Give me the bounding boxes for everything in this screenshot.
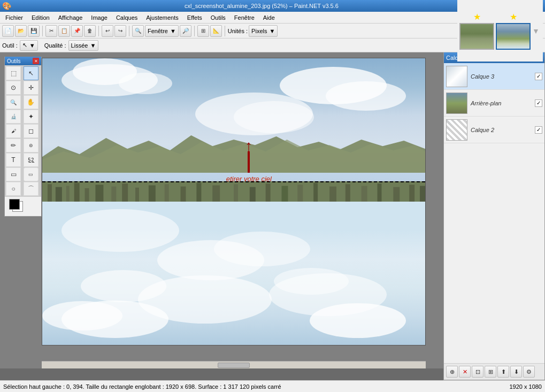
- layers-down-button[interactable]: ⬇: [510, 366, 522, 378]
- layers-up-button[interactable]: ⬆: [497, 366, 509, 378]
- layers-merge-button[interactable]: ⊞: [485, 366, 496, 378]
- window-title: cxl_screenshot_alumine_203.jpg (52%) – P…: [181, 3, 339, 9]
- layer-thumb-calque2: [446, 119, 467, 141]
- layer-thumb-calque3: [446, 66, 467, 87]
- redo-button[interactable]: ↪: [114, 25, 126, 37]
- scrollbar-thumb[interactable]: [218, 363, 250, 368]
- units-dropdown[interactable]: Pixels ▼: [249, 25, 278, 37]
- tool-hand[interactable]: ✋: [24, 95, 39, 109]
- layers-add-button[interactable]: ⊕: [446, 366, 458, 378]
- outil-label: Outil :: [2, 42, 18, 49]
- cloud-r9: [214, 232, 310, 266]
- separator-1: [42, 26, 43, 36]
- separator-4: [194, 26, 195, 36]
- tool-clone-stamp[interactable]: ⊜: [24, 139, 39, 152]
- menu-image[interactable]: Image: [87, 13, 112, 22]
- status-bar: Sélection haut gauche : 0, 394. Taille d…: [0, 380, 545, 392]
- units-label: Unités :: [228, 28, 248, 34]
- layer-name-arriere-plan: Arrière-plan: [471, 100, 535, 106]
- thumbnail-2[interactable]: [496, 23, 531, 50]
- tools-close-button[interactable]: ✕: [33, 58, 39, 64]
- save-button[interactable]: 💾: [28, 25, 40, 37]
- menu-affichage[interactable]: Affichage: [54, 13, 87, 22]
- menu-calques[interactable]: Calques: [112, 13, 142, 22]
- tool-rectangle[interactable]: ▭: [6, 167, 21, 181]
- tool-pencil[interactable]: ✏: [6, 139, 21, 152]
- tool-rounded-rect[interactable]: ▭: [24, 167, 39, 181]
- copy-button[interactable]: 📋: [58, 25, 70, 37]
- status-dims: 1920 x 1080: [505, 383, 542, 390]
- paste-button[interactable]: 📌: [71, 25, 83, 37]
- tool-icon: ↖: [22, 42, 27, 49]
- qualite-dropdown[interactable]: Lissée ▼: [68, 40, 99, 51]
- separator-3: [129, 26, 129, 36]
- layer-visible-calque2[interactable]: ✓: [535, 126, 542, 134]
- undo-button[interactable]: ↩: [102, 25, 113, 37]
- layer-item-calque3[interactable]: Calque 3 ✓: [444, 63, 544, 90]
- cut-button[interactable]: ✂: [45, 25, 57, 37]
- tool-move[interactable]: ✛: [24, 81, 39, 95]
- layer-visible-arriere-plan[interactable]: ✓: [535, 99, 542, 107]
- tool-select-move[interactable]: ↖: [24, 66, 39, 80]
- tool-dropdown[interactable]: ↖ ▼: [20, 40, 38, 51]
- tool-paintbrush[interactable]: 🖌: [6, 124, 21, 138]
- menu-fichier[interactable]: Fichier: [1, 13, 27, 22]
- tool-zoom[interactable]: 🔍: [6, 95, 21, 109]
- tool-shapes[interactable]: 5̲2̲: [24, 153, 39, 167]
- layers-properties-button[interactable]: ⚙: [523, 366, 535, 378]
- cloud-r6: [81, 270, 166, 302]
- open-button[interactable]: 📂: [15, 25, 27, 37]
- layers-delete-button[interactable]: ✕: [459, 366, 471, 378]
- units-arrow: ▼: [269, 28, 275, 34]
- cloud-r7: [274, 268, 349, 295]
- layers-toolbar: ⊕ ✕ ⊡ ⊞ ⬆ ⬇ ⚙: [444, 363, 544, 380]
- cloud-7: [234, 101, 314, 133]
- menu-outils[interactable]: Outils: [206, 13, 230, 22]
- tool-magic-wand[interactable]: ✦: [24, 110, 39, 124]
- new-button[interactable]: 📄: [2, 25, 14, 37]
- status-text: Sélection haut gauche : 0, 394. Taille d…: [3, 383, 281, 390]
- window-dropdown[interactable]: Fenêtre ▼: [145, 25, 179, 37]
- menu-fenetre[interactable]: Fenêtre: [230, 13, 259, 22]
- zoom-in-button[interactable]: 🔎: [180, 25, 191, 37]
- menu-edition[interactable]: Edition: [27, 13, 54, 22]
- menu-effets[interactable]: Effets: [183, 13, 206, 22]
- zoom-out-button[interactable]: 🔍: [132, 25, 144, 37]
- thumbnail-1[interactable]: [459, 23, 494, 50]
- color-section: [5, 197, 41, 216]
- grid-button[interactable]: ⊞: [197, 25, 209, 37]
- qualite-label: Qualité :: [44, 42, 66, 49]
- tool-eraser[interactable]: ◻: [24, 124, 39, 138]
- tool-lasso[interactable]: ⊙: [6, 81, 21, 95]
- separator-2: [98, 26, 99, 36]
- layers-duplicate-button[interactable]: ⊡: [472, 366, 483, 378]
- thumbs-scroll-down[interactable]: ▼: [532, 27, 541, 35]
- layer-item-calque2[interactable]: Calque 2 ✓: [444, 117, 544, 143]
- menu-aide[interactable]: Aide: [259, 13, 279, 22]
- tool-freeform[interactable]: ⌒: [24, 182, 39, 196]
- sky-reflection: [42, 202, 425, 345]
- rulers-button[interactable]: 📐: [210, 25, 222, 37]
- star-icon-2: ★: [510, 12, 517, 22]
- menu-ajustements[interactable]: Ajustements: [142, 13, 183, 22]
- layer-name-calque2: Calque 2: [471, 127, 535, 133]
- qualite-arrow: ▼: [90, 42, 96, 49]
- qualite-value: Lissée: [71, 42, 88, 49]
- cloud-r2: [42, 301, 122, 330]
- layer-visible-calque3[interactable]: ✓: [535, 73, 542, 80]
- layer-item-arriere-plan[interactable]: Arrière-plan ✓: [444, 90, 544, 117]
- horizontal-scrollbar[interactable]: [42, 361, 426, 368]
- layer-name-calque3: Calque 3: [471, 73, 535, 80]
- cloud-3: [119, 73, 172, 94]
- star-icon-1: ★: [473, 12, 481, 22]
- window-dropdown-label: Fenêtre: [148, 28, 168, 34]
- tool-text[interactable]: T: [6, 153, 21, 167]
- delete-button[interactable]: 🗑: [84, 25, 96, 37]
- tool-select-rect[interactable]: ⬚: [6, 66, 21, 80]
- tool-ellipse[interactable]: ○: [6, 182, 21, 196]
- tool-eyedropper[interactable]: 🔬: [6, 110, 21, 124]
- main-toolbar: 📄 📂 💾 ✂ 📋 📌 🗑 ↩ ↪ 🔍 Fenêtre ▼ 🔎 ⊞ 📐 Unit…: [0, 24, 545, 39]
- annotation-label: etirer votre ciel: [226, 175, 272, 183]
- fg-color-swatch[interactable]: [9, 199, 20, 210]
- window-dropdown-arrow: ▼: [170, 28, 176, 34]
